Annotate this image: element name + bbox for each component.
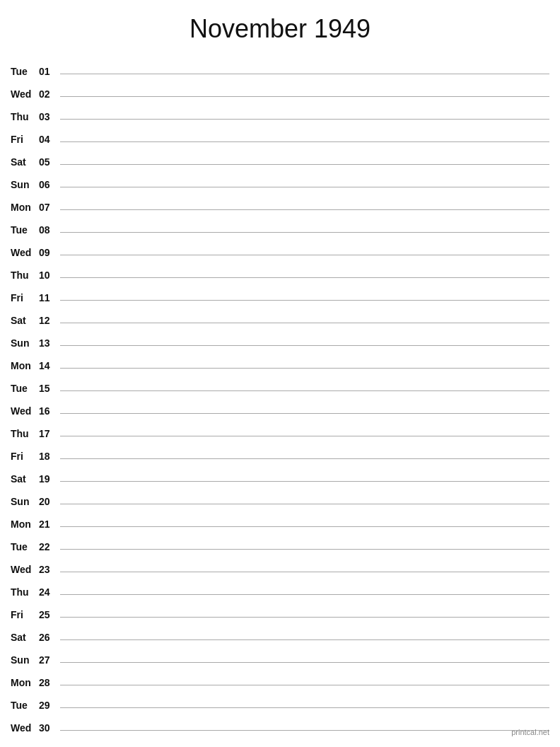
day-number: 21	[39, 519, 60, 530]
day-number: 22	[39, 541, 60, 552]
day-line	[60, 730, 549, 731]
day-line	[60, 549, 549, 550]
day-name: Sun	[11, 179, 39, 190]
calendar-row: Tue29	[7, 688, 553, 711]
day-name: Mon	[11, 677, 39, 688]
calendar-container: Tue01Wed02Thu03Fri04Sat05Sun06Mon07Tue08…	[0, 54, 560, 734]
day-number: 18	[39, 451, 60, 462]
day-line	[60, 413, 549, 414]
calendar-row: Sat05	[7, 145, 553, 168]
day-line	[60, 526, 549, 527]
day-line	[60, 96, 549, 97]
page-title: November 1949	[0, 0, 560, 54]
day-name: Sat	[11, 156, 39, 168]
day-line	[60, 141, 549, 142]
day-name: Sat	[11, 632, 39, 643]
day-name: Sun	[11, 337, 39, 349]
calendar-row: Wed16	[7, 394, 553, 417]
day-number: 08	[39, 224, 60, 236]
day-name: Wed	[11, 247, 39, 258]
day-number: 10	[39, 270, 60, 281]
calendar-row: Sun20	[7, 485, 553, 507]
calendar-row: Thu03	[7, 100, 553, 122]
calendar-row: Sat12	[7, 303, 553, 326]
day-name: Tue	[11, 541, 39, 552]
day-number: 26	[39, 632, 60, 643]
calendar-row: Thu10	[7, 258, 553, 281]
calendar-row: Fri25	[7, 598, 553, 620]
calendar-row: Fri11	[7, 281, 553, 303]
day-name: Mon	[11, 202, 39, 213]
day-name: Sun	[11, 496, 39, 507]
day-line	[60, 232, 549, 233]
day-number: 02	[39, 88, 60, 100]
calendar-row: Wed23	[7, 552, 553, 575]
day-line	[60, 119, 549, 120]
day-line	[60, 390, 549, 391]
day-name: Fri	[11, 292, 39, 303]
day-number: 28	[39, 677, 60, 688]
day-name: Sat	[11, 473, 39, 485]
calendar-row: Mon28	[7, 666, 553, 688]
day-name: Thu	[11, 428, 39, 439]
day-name: Wed	[11, 405, 39, 417]
day-line	[60, 345, 549, 346]
calendar-row: Wed30	[7, 711, 553, 734]
calendar-row: Tue22	[7, 530, 553, 552]
day-line	[60, 436, 549, 436]
day-line	[60, 255, 549, 255]
calendar-row: Tue15	[7, 371, 553, 394]
day-name: Thu	[11, 270, 39, 281]
footer-text: printcal.net	[511, 728, 549, 736]
day-number: 17	[39, 428, 60, 439]
calendar-row: Sat26	[7, 620, 553, 643]
day-number: 07	[39, 202, 60, 213]
day-line	[60, 662, 549, 663]
day-name: Tue	[11, 66, 39, 77]
day-number: 30	[39, 722, 60, 734]
day-line	[60, 74, 549, 74]
day-number: 06	[39, 179, 60, 190]
day-name: Tue	[11, 224, 39, 236]
calendar-row: Tue01	[7, 54, 553, 77]
calendar-row: Tue08	[7, 213, 553, 236]
calendar-row: Thu17	[7, 417, 553, 439]
day-number: 13	[39, 337, 60, 349]
day-line	[60, 481, 549, 482]
day-number: 12	[39, 315, 60, 326]
day-name: Fri	[11, 609, 39, 620]
day-line	[60, 504, 549, 504]
day-line	[60, 617, 549, 618]
day-name: Mon	[11, 360, 39, 371]
calendar-row: Fri04	[7, 122, 553, 145]
day-number: 11	[39, 292, 60, 303]
day-line	[60, 572, 549, 572]
day-number: 19	[39, 473, 60, 485]
day-name: Tue	[11, 383, 39, 394]
day-name: Fri	[11, 451, 39, 462]
day-name: Wed	[11, 564, 39, 575]
day-number: 05	[39, 156, 60, 168]
calendar-row: Wed02	[7, 77, 553, 100]
day-name: Sat	[11, 315, 39, 326]
day-line	[60, 594, 549, 595]
day-number: 04	[39, 134, 60, 145]
day-line	[60, 368, 549, 369]
day-name: Thu	[11, 586, 39, 598]
calendar-row: Mon14	[7, 349, 553, 371]
calendar-row: Thu24	[7, 575, 553, 598]
day-number: 01	[39, 66, 60, 77]
day-line	[60, 300, 549, 301]
day-number: 03	[39, 111, 60, 122]
calendar-row: Sun06	[7, 168, 553, 190]
day-name: Thu	[11, 111, 39, 122]
day-name: Mon	[11, 519, 39, 530]
day-name: Wed	[11, 722, 39, 734]
calendar-row: Sun27	[7, 643, 553, 666]
calendar-row: Sat19	[7, 462, 553, 485]
day-name: Fri	[11, 134, 39, 145]
day-name: Tue	[11, 700, 39, 711]
day-number: 29	[39, 700, 60, 711]
day-name: Wed	[11, 88, 39, 100]
day-number: 23	[39, 564, 60, 575]
